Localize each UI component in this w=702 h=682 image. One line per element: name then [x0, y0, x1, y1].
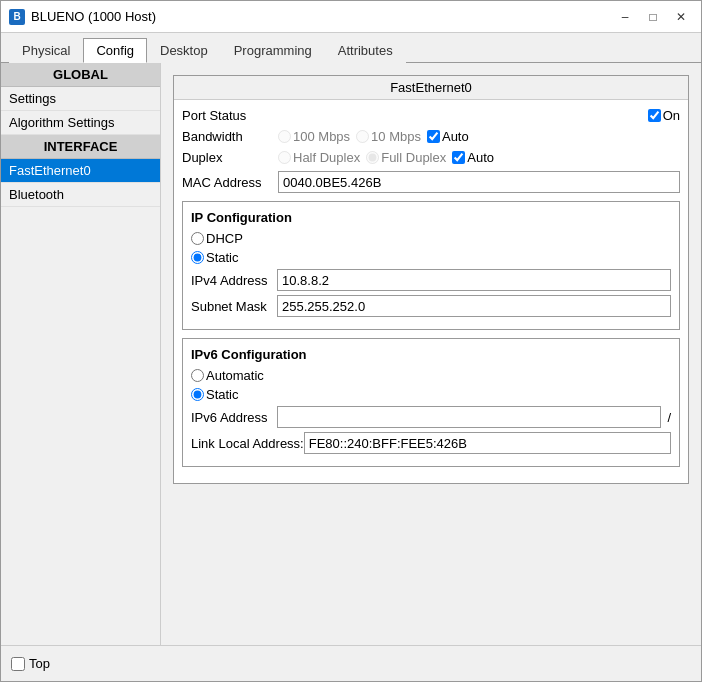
tab-programming[interactable]: Programming	[221, 38, 325, 63]
window-title: BLUENO (1000 Host)	[31, 9, 156, 24]
ipv6-addr-row: IPv6 Address /	[191, 406, 671, 428]
duplex-full-label[interactable]: Full Duplex	[366, 150, 446, 165]
app-icon: B	[9, 9, 25, 25]
ip-dhcp-text: DHCP	[206, 231, 243, 246]
minimize-button[interactable]: –	[613, 7, 637, 27]
duplex-row: Duplex Half Duplex Full Duplex	[182, 150, 680, 165]
duplex-label: Duplex	[182, 150, 272, 165]
mac-address-row: MAC Address	[182, 171, 680, 193]
duplex-auto-label[interactable]: Auto	[452, 150, 494, 165]
bandwidth-100mbps-label[interactable]: 100 Mbps	[278, 129, 350, 144]
interface-section: FastEthernet0 Port Status On	[173, 75, 689, 484]
top-checkbox[interactable]	[11, 657, 25, 671]
port-status-checkbox-label[interactable]: On	[648, 108, 680, 123]
ip-static-row: Static	[191, 250, 671, 265]
sidebar-item-fastethernet0[interactable]: FastEthernet0	[1, 159, 160, 183]
ipv6-auto-text: Automatic	[206, 368, 264, 383]
port-status-right: On	[278, 108, 680, 123]
main-panel: FastEthernet0 Port Status On	[161, 63, 701, 645]
maximize-button[interactable]: □	[641, 7, 665, 27]
link-local-label: Link Local Address:	[191, 436, 304, 451]
ip-mode-row: DHCP	[191, 231, 671, 246]
ip-static-label[interactable]: Static	[191, 250, 239, 265]
ipv6-config-section: IPv6 Configuration Automatic Static	[182, 338, 680, 467]
sidebar: GLOBAL Settings Algorithm Settings INTER…	[1, 63, 161, 645]
interface-title: FastEthernet0	[174, 76, 688, 100]
port-status-checkbox[interactable]	[648, 109, 661, 122]
bottom-bar: Top	[1, 645, 701, 681]
ipv4-label: IPv4 Address	[191, 273, 271, 288]
tab-desktop[interactable]: Desktop	[147, 38, 221, 63]
subnet-row: Subnet Mask	[191, 295, 671, 317]
tab-config[interactable]: Config	[83, 38, 147, 63]
tab-physical[interactable]: Physical	[9, 38, 83, 63]
ipv6-static-text: Static	[206, 387, 239, 402]
ipv4-row: IPv4 Address	[191, 269, 671, 291]
ipv6-static-row: Static	[191, 387, 671, 402]
bandwidth-10mbps-text: 10 Mbps	[371, 129, 421, 144]
bandwidth-10mbps-label[interactable]: 10 Mbps	[356, 129, 421, 144]
title-bar-left: B BLUENO (1000 Host)	[9, 9, 156, 25]
sidebar-global-header: GLOBAL	[1, 63, 160, 87]
subnet-label: Subnet Mask	[191, 299, 271, 314]
duplex-half-text: Half Duplex	[293, 150, 360, 165]
sidebar-item-bluetooth[interactable]: Bluetooth	[1, 183, 160, 207]
tab-bar: Physical Config Desktop Programming Attr…	[1, 33, 701, 63]
ipv6-suffix: /	[667, 410, 671, 425]
duplex-half-radio[interactable]	[278, 151, 291, 164]
content-area: GLOBAL Settings Algorithm Settings INTER…	[1, 63, 701, 645]
port-status-row: Port Status On	[182, 108, 680, 123]
mac-address-input[interactable]	[278, 171, 680, 193]
mac-address-label: MAC Address	[182, 175, 272, 190]
ip-dhcp-label[interactable]: DHCP	[191, 231, 243, 246]
sidebar-item-algorithm-settings[interactable]: Algorithm Settings	[1, 111, 160, 135]
port-status-on-label: On	[663, 108, 680, 123]
ipv6-config-title: IPv6 Configuration	[191, 347, 671, 362]
duplex-half-label[interactable]: Half Duplex	[278, 150, 360, 165]
ip-dhcp-radio[interactable]	[191, 232, 204, 245]
ipv6-auto-row: Automatic	[191, 368, 671, 383]
bandwidth-100mbps-radio[interactable]	[278, 130, 291, 143]
close-button[interactable]: ✕	[669, 7, 693, 27]
link-local-input[interactable]	[304, 432, 671, 454]
title-controls: – □ ✕	[613, 7, 693, 27]
top-checkbox-label[interactable]: Top	[11, 656, 50, 671]
title-bar: B BLUENO (1000 Host) – □ ✕	[1, 1, 701, 33]
duplex-auto-text: Auto	[467, 150, 494, 165]
ipv4-input[interactable]	[277, 269, 671, 291]
bandwidth-100mbps-text: 100 Mbps	[293, 129, 350, 144]
ipv6-addr-input[interactable]	[277, 406, 661, 428]
sidebar-item-settings[interactable]: Settings	[1, 87, 160, 111]
link-local-row: Link Local Address:	[191, 432, 671, 454]
bandwidth-auto-label[interactable]: Auto	[427, 129, 469, 144]
ipv6-auto-label[interactable]: Automatic	[191, 368, 264, 383]
duplex-full-radio[interactable]	[366, 151, 379, 164]
duplex-right: Half Duplex Full Duplex Auto	[278, 150, 680, 165]
bandwidth-right: 100 Mbps 10 Mbps Auto	[278, 129, 680, 144]
ip-config-section: IP Configuration DHCP Static	[182, 201, 680, 330]
tab-attributes[interactable]: Attributes	[325, 38, 406, 63]
sidebar-interface-header: INTERFACE	[1, 135, 160, 159]
main-window: B BLUENO (1000 Host) – □ ✕ Physical Conf…	[0, 0, 702, 682]
bandwidth-auto-text: Auto	[442, 129, 469, 144]
ipv6-static-label[interactable]: Static	[191, 387, 239, 402]
bandwidth-row: Bandwidth 100 Mbps 10 Mbps	[182, 129, 680, 144]
duplex-full-text: Full Duplex	[381, 150, 446, 165]
bandwidth-10mbps-radio[interactable]	[356, 130, 369, 143]
top-label: Top	[29, 656, 50, 671]
ip-static-radio[interactable]	[191, 251, 204, 264]
ip-config-title: IP Configuration	[191, 210, 671, 225]
duplex-auto-checkbox[interactable]	[452, 151, 465, 164]
ipv6-static-radio[interactable]	[191, 388, 204, 401]
sidebar-scroll[interactable]: GLOBAL Settings Algorithm Settings INTER…	[1, 63, 160, 645]
ip-static-text: Static	[206, 250, 239, 265]
bandwidth-label: Bandwidth	[182, 129, 272, 144]
ipv6-addr-label: IPv6 Address	[191, 410, 271, 425]
subnet-input[interactable]	[277, 295, 671, 317]
port-status-label: Port Status	[182, 108, 272, 123]
bandwidth-auto-checkbox[interactable]	[427, 130, 440, 143]
interface-body: Port Status On Bandwidth	[174, 100, 688, 483]
ipv6-auto-radio[interactable]	[191, 369, 204, 382]
